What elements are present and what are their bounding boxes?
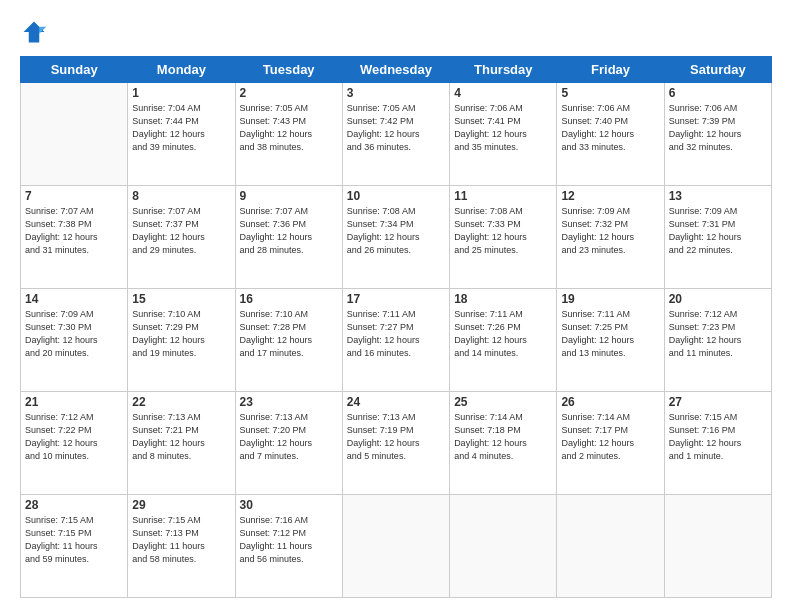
calendar-cell: 8Sunrise: 7:07 AM Sunset: 7:37 PM Daylig… [128,186,235,289]
calendar-cell: 13Sunrise: 7:09 AM Sunset: 7:31 PM Dayli… [664,186,771,289]
calendar-cell: 23Sunrise: 7:13 AM Sunset: 7:20 PM Dayli… [235,392,342,495]
day-info: Sunrise: 7:12 AM Sunset: 7:22 PM Dayligh… [25,411,123,463]
calendar-cell: 19Sunrise: 7:11 AM Sunset: 7:25 PM Dayli… [557,289,664,392]
calendar-cell: 30Sunrise: 7:16 AM Sunset: 7:12 PM Dayli… [235,495,342,598]
day-info: Sunrise: 7:15 AM Sunset: 7:16 PM Dayligh… [669,411,767,463]
day-info: Sunrise: 7:15 AM Sunset: 7:15 PM Dayligh… [25,514,123,566]
day-info: Sunrise: 7:07 AM Sunset: 7:36 PM Dayligh… [240,205,338,257]
calendar-header-row: SundayMondayTuesdayWednesdayThursdayFrid… [21,57,772,83]
day-info: Sunrise: 7:08 AM Sunset: 7:34 PM Dayligh… [347,205,445,257]
day-info: Sunrise: 7:14 AM Sunset: 7:18 PM Dayligh… [454,411,552,463]
day-number: 3 [347,86,445,100]
day-number: 13 [669,189,767,203]
calendar-cell: 17Sunrise: 7:11 AM Sunset: 7:27 PM Dayli… [342,289,449,392]
day-number: 27 [669,395,767,409]
day-info: Sunrise: 7:04 AM Sunset: 7:44 PM Dayligh… [132,102,230,154]
day-number: 6 [669,86,767,100]
calendar-cell: 21Sunrise: 7:12 AM Sunset: 7:22 PM Dayli… [21,392,128,495]
header [20,18,772,46]
day-info: Sunrise: 7:14 AM Sunset: 7:17 PM Dayligh… [561,411,659,463]
day-info: Sunrise: 7:06 AM Sunset: 7:40 PM Dayligh… [561,102,659,154]
day-info: Sunrise: 7:08 AM Sunset: 7:33 PM Dayligh… [454,205,552,257]
calendar-cell: 2Sunrise: 7:05 AM Sunset: 7:43 PM Daylig… [235,83,342,186]
day-number: 26 [561,395,659,409]
day-info: Sunrise: 7:13 AM Sunset: 7:19 PM Dayligh… [347,411,445,463]
day-info: Sunrise: 7:06 AM Sunset: 7:39 PM Dayligh… [669,102,767,154]
calendar-cell [450,495,557,598]
day-number: 17 [347,292,445,306]
calendar-cell [557,495,664,598]
calendar-week-2: 7Sunrise: 7:07 AM Sunset: 7:38 PM Daylig… [21,186,772,289]
day-number: 18 [454,292,552,306]
day-info: Sunrise: 7:05 AM Sunset: 7:43 PM Dayligh… [240,102,338,154]
calendar-cell: 26Sunrise: 7:14 AM Sunset: 7:17 PM Dayli… [557,392,664,495]
calendar-cell: 1Sunrise: 7:04 AM Sunset: 7:44 PM Daylig… [128,83,235,186]
day-info: Sunrise: 7:09 AM Sunset: 7:30 PM Dayligh… [25,308,123,360]
calendar-cell: 6Sunrise: 7:06 AM Sunset: 7:39 PM Daylig… [664,83,771,186]
calendar-cell [664,495,771,598]
calendar-cell: 12Sunrise: 7:09 AM Sunset: 7:32 PM Dayli… [557,186,664,289]
day-number: 16 [240,292,338,306]
calendar-cell: 29Sunrise: 7:15 AM Sunset: 7:13 PM Dayli… [128,495,235,598]
day-info: Sunrise: 7:13 AM Sunset: 7:20 PM Dayligh… [240,411,338,463]
calendar-cell: 7Sunrise: 7:07 AM Sunset: 7:38 PM Daylig… [21,186,128,289]
day-header-tuesday: Tuesday [235,57,342,83]
calendar-cell: 15Sunrise: 7:10 AM Sunset: 7:29 PM Dayli… [128,289,235,392]
day-header-thursday: Thursday [450,57,557,83]
day-header-monday: Monday [128,57,235,83]
day-info: Sunrise: 7:15 AM Sunset: 7:13 PM Dayligh… [132,514,230,566]
logo [20,18,52,46]
day-info: Sunrise: 7:05 AM Sunset: 7:42 PM Dayligh… [347,102,445,154]
calendar-week-5: 28Sunrise: 7:15 AM Sunset: 7:15 PM Dayli… [21,495,772,598]
logo-icon [20,18,48,46]
day-info: Sunrise: 7:09 AM Sunset: 7:32 PM Dayligh… [561,205,659,257]
day-number: 20 [669,292,767,306]
calendar-cell: 14Sunrise: 7:09 AM Sunset: 7:30 PM Dayli… [21,289,128,392]
calendar-cell: 5Sunrise: 7:06 AM Sunset: 7:40 PM Daylig… [557,83,664,186]
day-number: 5 [561,86,659,100]
day-number: 23 [240,395,338,409]
day-header-sunday: Sunday [21,57,128,83]
day-number: 1 [132,86,230,100]
calendar-cell: 11Sunrise: 7:08 AM Sunset: 7:33 PM Dayli… [450,186,557,289]
day-number: 22 [132,395,230,409]
day-number: 8 [132,189,230,203]
day-info: Sunrise: 7:06 AM Sunset: 7:41 PM Dayligh… [454,102,552,154]
day-number: 29 [132,498,230,512]
calendar-cell: 27Sunrise: 7:15 AM Sunset: 7:16 PM Dayli… [664,392,771,495]
day-header-friday: Friday [557,57,664,83]
day-info: Sunrise: 7:11 AM Sunset: 7:25 PM Dayligh… [561,308,659,360]
day-info: Sunrise: 7:13 AM Sunset: 7:21 PM Dayligh… [132,411,230,463]
day-number: 14 [25,292,123,306]
calendar-cell: 10Sunrise: 7:08 AM Sunset: 7:34 PM Dayli… [342,186,449,289]
day-info: Sunrise: 7:11 AM Sunset: 7:27 PM Dayligh… [347,308,445,360]
calendar-cell: 28Sunrise: 7:15 AM Sunset: 7:15 PM Dayli… [21,495,128,598]
day-info: Sunrise: 7:10 AM Sunset: 7:28 PM Dayligh… [240,308,338,360]
day-info: Sunrise: 7:07 AM Sunset: 7:38 PM Dayligh… [25,205,123,257]
page: SundayMondayTuesdayWednesdayThursdayFrid… [0,0,792,612]
calendar-cell: 24Sunrise: 7:13 AM Sunset: 7:19 PM Dayli… [342,392,449,495]
day-number: 7 [25,189,123,203]
day-number: 21 [25,395,123,409]
day-number: 30 [240,498,338,512]
day-number: 15 [132,292,230,306]
day-number: 28 [25,498,123,512]
calendar-week-3: 14Sunrise: 7:09 AM Sunset: 7:30 PM Dayli… [21,289,772,392]
calendar-table: SundayMondayTuesdayWednesdayThursdayFrid… [20,56,772,598]
day-number: 4 [454,86,552,100]
calendar-cell: 9Sunrise: 7:07 AM Sunset: 7:36 PM Daylig… [235,186,342,289]
calendar-week-4: 21Sunrise: 7:12 AM Sunset: 7:22 PM Dayli… [21,392,772,495]
calendar-cell: 22Sunrise: 7:13 AM Sunset: 7:21 PM Dayli… [128,392,235,495]
day-header-saturday: Saturday [664,57,771,83]
day-number: 24 [347,395,445,409]
day-info: Sunrise: 7:11 AM Sunset: 7:26 PM Dayligh… [454,308,552,360]
calendar-cell: 25Sunrise: 7:14 AM Sunset: 7:18 PM Dayli… [450,392,557,495]
calendar-cell: 3Sunrise: 7:05 AM Sunset: 7:42 PM Daylig… [342,83,449,186]
day-number: 12 [561,189,659,203]
svg-marker-0 [24,22,45,43]
day-info: Sunrise: 7:09 AM Sunset: 7:31 PM Dayligh… [669,205,767,257]
day-info: Sunrise: 7:10 AM Sunset: 7:29 PM Dayligh… [132,308,230,360]
day-number: 11 [454,189,552,203]
calendar-cell [342,495,449,598]
day-info: Sunrise: 7:12 AM Sunset: 7:23 PM Dayligh… [669,308,767,360]
